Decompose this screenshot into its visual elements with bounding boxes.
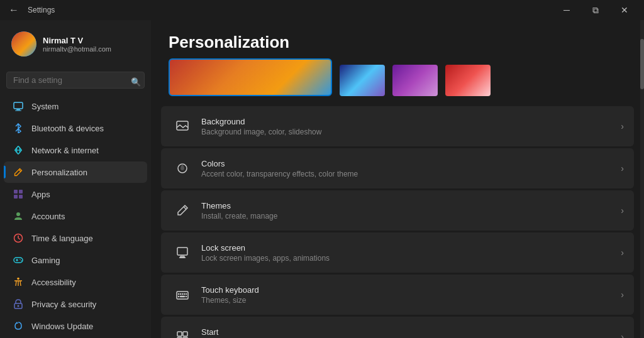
sidebar-item-accessibility[interactable]: Accessibility <box>4 271 147 293</box>
title-bar: ← Settings ─ ⧉ ✕ <box>0 0 644 20</box>
lockscreen-icon <box>171 241 194 264</box>
start-icon <box>171 325 194 338</box>
user-name: Nirmal T V <box>43 36 111 45</box>
colors-title: Colors <box>201 159 621 168</box>
app-body: Nirmal T V nirmaltv@hotmail.com 🔍 System… <box>0 20 644 338</box>
restore-button[interactable]: ⧉ <box>581 0 610 20</box>
sidebar-item-gaming[interactable]: Gaming <box>4 249 147 271</box>
sidebar-item-apps[interactable]: Apps <box>4 183 147 205</box>
update-icon <box>13 320 24 332</box>
svg-rect-39 <box>177 332 182 336</box>
apps-icon <box>13 188 24 200</box>
avatar <box>11 31 36 57</box>
user-info: Nirmal T V nirmaltv@hotmail.com <box>43 36 111 53</box>
sidebar-item-network[interactable]: Network & internet <box>4 139 147 161</box>
svg-point-17 <box>19 259 21 260</box>
svg-line-13 <box>18 238 20 239</box>
sidebar-item-accounts[interactable]: Accounts <box>4 205 147 227</box>
settings-list: Background Background image, color, slid… <box>151 106 644 338</box>
app-title: Settings <box>28 6 55 14</box>
colors-icon <box>171 157 194 180</box>
svg-rect-40 <box>183 332 187 336</box>
svg-rect-8 <box>14 195 18 199</box>
sidebar-item-label-update: Windows Update <box>31 322 93 331</box>
start-title: Start <box>201 327 621 337</box>
svg-marker-23 <box>16 322 18 324</box>
themes-chevron: › <box>621 205 624 215</box>
svg-point-10 <box>16 212 20 216</box>
svg-rect-7 <box>19 190 23 194</box>
time-icon <box>13 232 24 244</box>
background-desc: Background image, color, slideshow <box>201 128 621 136</box>
sidebar-item-bluetooth[interactable]: Bluetooth & devices <box>4 117 147 139</box>
sidebar-item-personalization[interactable]: Personalization <box>4 161 147 183</box>
user-profile[interactable]: Nirmal T V nirmaltv@hotmail.com <box>4 23 147 65</box>
sidebar-item-label-personalization: Personalization <box>31 168 87 177</box>
sidebar-item-privacy[interactable]: Privacy & security <box>4 293 147 315</box>
background-chevron: › <box>621 121 624 131</box>
back-button[interactable]: ← <box>5 1 23 19</box>
search-container: 🔍 <box>0 68 151 95</box>
colors-desc: Accent color, transparency effects, colo… <box>201 170 621 178</box>
accessibility-icon <box>13 276 24 288</box>
sidebar: Nirmal T V nirmaltv@hotmail.com 🔍 System… <box>0 20 151 338</box>
sidebar-item-update[interactable]: Windows Update <box>4 315 147 337</box>
touchkeyboard-icon <box>171 283 194 306</box>
sidebar-item-system[interactable]: System <box>4 95 147 117</box>
title-bar-left: ← Settings <box>5 1 55 19</box>
svg-rect-6 <box>14 190 18 194</box>
scrollbar-thumb[interactable] <box>640 39 644 89</box>
search-input[interactable] <box>6 72 145 89</box>
minimize-button[interactable]: ─ <box>552 0 581 20</box>
background-text: Background Background image, color, slid… <box>201 117 621 136</box>
gaming-icon <box>13 254 24 266</box>
settings-item-colors[interactable]: Colors Accent color, transparency effect… <box>161 148 634 188</box>
scrollbar-track[interactable] <box>640 20 644 338</box>
close-button[interactable]: ✕ <box>610 0 639 20</box>
svg-point-19 <box>17 278 19 280</box>
sidebar-item-label-apps: Apps <box>31 190 50 199</box>
sidebar-item-label-network: Network & internet <box>31 146 99 155</box>
background-title: Background <box>201 117 621 126</box>
network-icon <box>13 144 24 156</box>
themes-desc: Install, create, manage <box>201 212 621 221</box>
sidebar-item-label-system: System <box>31 102 58 111</box>
settings-item-touchkeyboard[interactable]: Touch keyboard Themes, size › <box>161 275 634 315</box>
bluetooth-icon <box>13 123 24 134</box>
sidebar-item-label-accessibility: Accessibility <box>31 278 76 287</box>
lockscreen-chevron: › <box>621 248 624 258</box>
theme-main-preview[interactable] <box>169 58 332 96</box>
theme-thumb-2[interactable] <box>392 65 438 96</box>
themes-icon <box>171 199 194 222</box>
window-controls: ─ ⧉ ✕ <box>552 0 639 20</box>
lockscreen-text: Lock screen Lock screen images, apps, an… <box>201 243 621 263</box>
sidebar-nav: System Bluetooth & devices Network & int… <box>0 95 151 337</box>
svg-rect-2 <box>15 111 21 111</box>
colors-chevron: › <box>621 163 624 173</box>
svg-rect-0 <box>14 102 23 109</box>
colors-text: Colors Accent color, transparency effect… <box>201 159 621 178</box>
svg-rect-27 <box>177 248 187 255</box>
sidebar-item-label-gaming: Gaming <box>31 256 60 265</box>
settings-item-background[interactable]: Background Background image, color, slid… <box>161 106 634 146</box>
sidebar-item-time[interactable]: Time & language <box>4 227 147 249</box>
svg-point-18 <box>21 260 22 261</box>
settings-item-themes[interactable]: Themes Install, create, manage › <box>161 190 634 231</box>
page-title: Personalization <box>169 33 626 52</box>
touchkeyboard-desc: Themes, size <box>201 296 621 305</box>
user-email: nirmaltv@hotmail.com <box>43 45 111 53</box>
touchkeyboard-chevron: › <box>621 290 624 300</box>
sidebar-item-label-accounts: Accounts <box>31 212 65 221</box>
theme-thumb-1[interactable] <box>340 65 385 96</box>
touchkeyboard-text: Touch keyboard Themes, size <box>201 285 621 305</box>
settings-item-start[interactable]: Start Recent apps and items, folders › <box>161 317 634 338</box>
theme-thumb-3[interactable] <box>445 65 491 96</box>
svg-line-26 <box>184 207 186 209</box>
settings-item-lockscreen[interactable]: Lock screen Lock screen images, apps, an… <box>161 232 634 273</box>
lockscreen-desc: Lock screen images, apps, animations <box>201 254 621 263</box>
system-icon <box>13 101 24 112</box>
theme-preview <box>151 58 644 106</box>
start-chevron: › <box>621 332 624 338</box>
background-icon <box>171 115 194 138</box>
sidebar-item-label-privacy: Privacy & security <box>31 300 96 309</box>
